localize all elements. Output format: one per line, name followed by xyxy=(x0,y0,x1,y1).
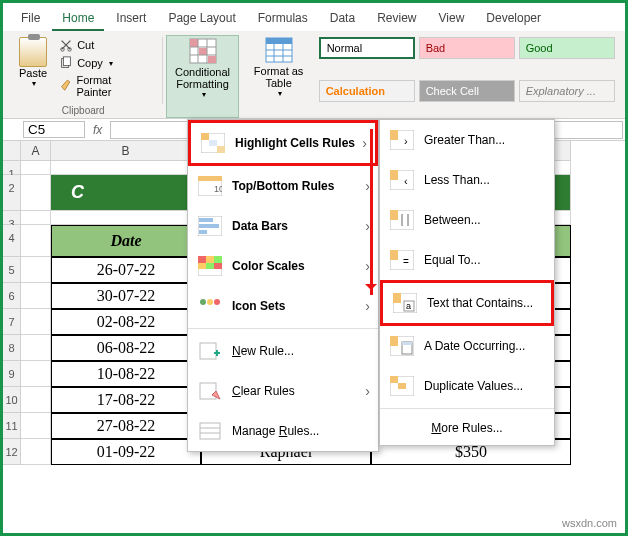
svg-rect-27 xyxy=(214,263,222,269)
menu-icon-sets[interactable]: Icon Sets xyxy=(188,286,378,326)
paste-button[interactable]: Paste▾ xyxy=(15,35,51,105)
svg-rect-38 xyxy=(390,170,398,180)
less-than-icon: ‹ xyxy=(390,170,414,190)
svg-rect-11 xyxy=(201,133,209,140)
style-normal[interactable]: Normal xyxy=(319,37,415,59)
menu-greater-than[interactable]: › Greater Than... xyxy=(380,120,554,160)
svg-rect-6 xyxy=(199,48,207,55)
watermark: wsxdn.com xyxy=(562,517,617,529)
ribbon-tabs: File Home Insert Page Layout Formulas Da… xyxy=(3,3,625,31)
style-bad[interactable]: Bad xyxy=(419,37,515,59)
svg-rect-22 xyxy=(198,256,206,263)
svg-rect-3 xyxy=(64,57,71,66)
svg-rect-31 xyxy=(200,343,216,359)
menu-between[interactable]: Between... xyxy=(380,200,554,240)
clipboard-group-label: Clipboard xyxy=(62,105,105,118)
greater-than-icon: › xyxy=(390,130,414,150)
menu-highlight-cells-rules[interactable]: Highlight Cells Rules xyxy=(188,120,378,166)
cell-date[interactable]: 27-08-22 xyxy=(51,413,201,439)
cell-date[interactable]: 06-08-22 xyxy=(51,335,201,361)
fx-icon[interactable]: fx xyxy=(87,123,108,137)
clear-rules-icon xyxy=(198,381,222,401)
svg-rect-50 xyxy=(390,336,398,346)
menu-text-that-contains[interactable]: a Text that Contains... xyxy=(380,280,554,326)
tab-data[interactable]: Data xyxy=(320,7,365,31)
svg-text:=: = xyxy=(403,256,409,267)
paste-label: Paste xyxy=(19,67,47,79)
conditional-formatting-button[interactable]: Conditional Formatting▾ xyxy=(166,35,238,118)
col-header-a[interactable]: A xyxy=(21,141,51,161)
cut-button[interactable]: Cut xyxy=(57,37,147,53)
cell-date[interactable]: 01-09-22 xyxy=(51,439,201,465)
copy-button[interactable]: Copy▾ xyxy=(57,55,147,71)
svg-rect-46 xyxy=(393,293,401,303)
ribbon: Paste▾ Cut Copy▾ Format Painter Clipboar… xyxy=(3,31,625,119)
equal-to-icon: = xyxy=(390,250,414,270)
svg-rect-43 xyxy=(390,250,398,260)
menu-color-scales[interactable]: Color Scales xyxy=(188,246,378,286)
cell-date[interactable]: 17-08-22 xyxy=(51,387,201,413)
top-bottom-icon: 10 xyxy=(198,176,222,196)
cut-icon xyxy=(59,38,73,52)
duplicate-values-icon xyxy=(390,376,414,396)
menu-more-rules[interactable]: More Rules... xyxy=(380,411,554,445)
tab-developer[interactable]: Developer xyxy=(476,7,551,31)
format-as-table-icon xyxy=(265,37,293,63)
menu-date-occurring[interactable]: A Date Occurring... xyxy=(380,326,554,366)
styles-gallery[interactable]: Normal Bad Good Calculation Check Cell E… xyxy=(319,35,619,118)
tab-pagelayout[interactable]: Page Layout xyxy=(158,7,245,31)
menu-equal-to[interactable]: = Equal To... xyxy=(380,240,554,280)
menu-less-than[interactable]: ‹ Less Than... xyxy=(380,160,554,200)
text-contains-icon: a xyxy=(393,293,417,313)
svg-rect-9 xyxy=(266,38,292,44)
style-good[interactable]: Good xyxy=(519,37,615,59)
tab-formulas[interactable]: Formulas xyxy=(248,7,318,31)
svg-rect-54 xyxy=(390,376,398,383)
menu-data-bars[interactable]: Data Bars xyxy=(188,206,378,246)
svg-rect-52 xyxy=(402,342,412,345)
style-calculation[interactable]: Calculation xyxy=(319,80,415,102)
brush-icon xyxy=(59,79,72,93)
tab-review[interactable]: Review xyxy=(367,7,426,31)
callout-arrow xyxy=(370,129,373,295)
menu-manage-rules[interactable]: Manage Rules... xyxy=(188,411,378,451)
format-painter-button[interactable]: Format Painter xyxy=(57,73,147,99)
style-explanatory[interactable]: Explanatory ... xyxy=(519,80,615,102)
cell-date[interactable]: 26-07-22 xyxy=(51,257,201,283)
svg-point-28 xyxy=(200,299,206,305)
cell-date[interactable]: 10-08-22 xyxy=(51,361,201,387)
menu-top-bottom-rules[interactable]: 10 Top/Bottom Rules xyxy=(188,166,378,206)
icon-sets-icon xyxy=(198,296,222,316)
name-box[interactable] xyxy=(23,121,85,138)
svg-rect-12 xyxy=(209,140,217,146)
svg-rect-55 xyxy=(398,383,406,389)
svg-rect-25 xyxy=(198,263,206,269)
svg-text:a: a xyxy=(406,301,411,311)
tab-file[interactable]: File xyxy=(11,7,50,31)
col-header-b[interactable]: B xyxy=(51,141,201,161)
date-occurring-icon xyxy=(390,336,414,356)
svg-rect-32 xyxy=(200,383,216,399)
tab-view[interactable]: View xyxy=(429,7,475,31)
menu-duplicate-values[interactable]: Duplicate Values... xyxy=(380,366,554,406)
style-check-cell[interactable]: Check Cell xyxy=(419,80,515,102)
svg-point-30 xyxy=(214,299,220,305)
between-icon xyxy=(390,210,414,230)
cell-date[interactable]: 30-07-22 xyxy=(51,283,201,309)
select-all-corner[interactable] xyxy=(3,141,21,161)
header-date[interactable]: Date xyxy=(51,225,201,257)
paste-icon xyxy=(19,37,47,67)
tab-insert[interactable]: Insert xyxy=(106,7,156,31)
cell-date[interactable]: 02-08-22 xyxy=(51,309,201,335)
menu-new-rule[interactable]: NNew Rule...ew Rule... xyxy=(188,331,378,371)
conditional-formatting-icon xyxy=(189,38,217,64)
svg-text:›: › xyxy=(404,135,408,147)
svg-rect-35 xyxy=(390,130,398,140)
svg-rect-41 xyxy=(390,210,398,220)
svg-rect-24 xyxy=(214,256,222,263)
svg-rect-23 xyxy=(206,256,214,263)
format-as-table-button[interactable]: Format as Table▾ xyxy=(243,35,315,118)
svg-rect-5 xyxy=(190,39,198,47)
menu-clear-rules[interactable]: Clear Rules xyxy=(188,371,378,411)
tab-home[interactable]: Home xyxy=(52,7,104,31)
